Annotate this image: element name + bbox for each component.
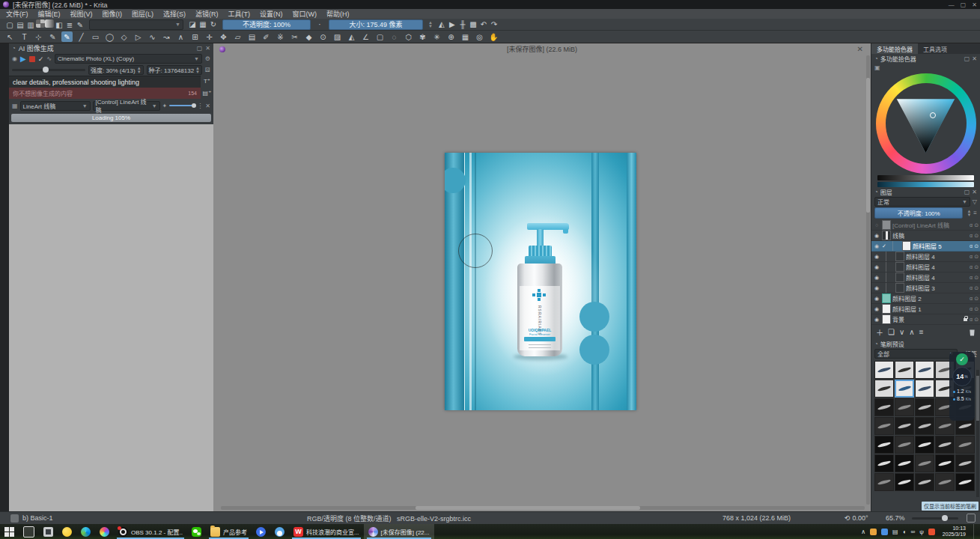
redo-icon[interactable]: ↷ (489, 19, 499, 29)
duplicate-layer-button[interactable]: ❏ (888, 328, 895, 336)
add-layer-button[interactable]: ＋ (876, 326, 883, 338)
tool-polygon-select[interactable]: ⬡ (403, 31, 414, 42)
undo-icon[interactable]: ↶ (478, 19, 489, 29)
layer-properties-icon[interactable]: ⊙ (974, 233, 979, 239)
layers-docker-header[interactable]: ◔ 图层 ▢ ✕ (871, 187, 980, 197)
style-select[interactable]: Cinematic Photo (XL) (Copy)▼ (55, 54, 202, 64)
seed-spinbox[interactable]: 种子: 137648132▲▼ (147, 65, 202, 75)
start-button[interactable] (0, 524, 19, 539)
brush-preset-cell[interactable] (915, 361, 934, 379)
menu-item[interactable]: 视图(V) (70, 9, 93, 19)
history-icon[interactable]: ∿ (46, 55, 52, 62)
layer-row[interactable]: ◉✓颜料图层 5α⊙ (871, 241, 980, 252)
settings-gear-icon[interactable]: ⚙ (205, 55, 210, 62)
tool-rect-select[interactable]: ▢ (374, 31, 386, 42)
brush-preset-cell[interactable] (895, 380, 914, 398)
tool-move[interactable]: ✥ (218, 31, 229, 42)
add-control-layer-icon[interactable]: ▤⁺ (203, 90, 212, 97)
tool-zoom[interactable]: ◎ (474, 31, 485, 42)
opacity-slider[interactable]: 不透明度: 100% (222, 19, 311, 30)
minimize-button[interactable]: — (949, 1, 955, 8)
mirror-icon[interactable]: ◭ (436, 19, 447, 29)
tray-sound-icon[interactable]: ◖ (903, 529, 907, 535)
layer-alpha-icon[interactable]: α (970, 222, 973, 228)
tool-select-shapes[interactable]: ↖ (4, 31, 16, 42)
close-docker-icon[interactable]: ✕ (972, 189, 977, 195)
tool-bezier-select[interactable]: ⊕ (445, 31, 457, 42)
menu-item[interactable]: 选择(S) (163, 9, 186, 19)
layer-opacity-slider[interactable]: 不透明度: 100% (874, 207, 963, 219)
layer-properties-icon[interactable]: ⊙ (974, 306, 979, 312)
brush-preset-cell[interactable] (915, 436, 934, 454)
size-slider[interactable]: 大小: 175.49 像素 (329, 19, 423, 30)
brush-docker-header[interactable]: ◔ 笔刷预设 (871, 339, 980, 348)
move-layer-down-button[interactable]: ∨ (899, 328, 904, 336)
color-wheel[interactable] (876, 73, 976, 174)
wps-document-button[interactable]: W科技浪潮的商业宣... (289, 524, 364, 539)
close-button[interactable]: ✕ (972, 1, 977, 8)
brush-preset-cell[interactable] (895, 473, 914, 491)
brush-preset-cell[interactable] (955, 454, 975, 472)
tool-freehand-path[interactable]: ↝ (161, 31, 172, 42)
tool-freehand-brush[interactable]: ✎ (61, 31, 73, 42)
layer-row[interactable]: ◉背景α⊙ (871, 314, 980, 325)
layer-row[interactable]: ◉颜料图层 2α⊙ (871, 293, 980, 304)
control-layer-select[interactable]: [Control] LineArt 线稿▼ (93, 101, 160, 111)
opacity-options-icon[interactable]: · (314, 19, 325, 29)
randomize-seed-icon[interactable]: ⚄ (205, 67, 210, 73)
menu-item[interactable]: 文件(F) (6, 9, 28, 19)
strength-spinbox[interactable]: 强度: 30% (4/13)▲▼ (88, 65, 144, 75)
layer-alpha-icon[interactable]: α (970, 243, 973, 249)
canvas-viewport[interactable]: [未保存图像] (22.6 MiB) ✕ (213, 43, 871, 511)
reload-preset-icon[interactable]: ↻ (208, 19, 219, 29)
close-docker-icon[interactable]: ✕ (205, 45, 210, 52)
close-docker-icon[interactable]: ✕ (972, 55, 977, 62)
layer-row[interactable]: ◉线稿α⊙ (871, 231, 980, 241)
layer-properties-icon[interactable]: ⊙ (974, 254, 979, 260)
tab-tool-options[interactable]: 工具选项 (918, 43, 952, 54)
krita-window-button[interactable]: [未保存图像] (22... (364, 524, 434, 539)
tool-calligraphy[interactable]: ✎ (47, 31, 58, 42)
qq-icon[interactable] (270, 524, 289, 539)
canvas-vertical-scrollbar[interactable] (866, 55, 870, 505)
choose-brush-icon[interactable]: ▩ (468, 19, 478, 29)
layer-filter-icon[interactable]: ▽ (973, 198, 977, 205)
menu-item[interactable]: 工具(T) (228, 9, 251, 19)
file-explorer-icon[interactable] (39, 524, 58, 539)
brush-preset-cell[interactable] (895, 398, 914, 416)
layer-alpha-icon[interactable]: α (970, 317, 973, 322)
gradient-swatch[interactable] (45, 19, 54, 28)
brush-preset-cell[interactable] (895, 454, 914, 472)
tray-expand-icon[interactable]: ∧ (861, 529, 865, 535)
tool-assistants[interactable]: ◭ (346, 31, 357, 42)
pattern-swatch[interactable] (36, 19, 45, 28)
strength-slider[interactable] (12, 69, 85, 71)
brush-preset-cell[interactable] (915, 398, 934, 416)
brush-preset-cell[interactable] (874, 361, 894, 379)
folder-window-button[interactable]: 产品参考 (206, 524, 252, 539)
layer-visibility-icon[interactable]: ◉ (873, 275, 880, 281)
canvas-only-mode-icon[interactable] (967, 514, 976, 523)
app-yellow-icon[interactable] (58, 524, 76, 539)
brush-preset-cell[interactable] (874, 436, 894, 454)
control-mode-select[interactable]: LineArt 线稿▼ (20, 101, 91, 111)
layer-row[interactable]: ◉颜料图层 3α⊙ (871, 283, 980, 293)
zoom-level[interactable]: 65.7% (886, 514, 905, 522)
tool-fill[interactable]: ◆ (303, 31, 314, 42)
float-docker-icon[interactable]: ▢ (964, 55, 970, 62)
maximize-button[interactable]: ▢ (961, 1, 967, 8)
menu-item[interactable]: 帮助(H) (326, 9, 350, 19)
tray-usb-icon[interactable]: ψ (919, 529, 924, 535)
tray-clock[interactable]: 10:132025/3/19 (943, 526, 966, 538)
tool-colorize-mask[interactable]: ▨ (332, 31, 343, 42)
menu-item[interactable]: 设置(N) (260, 9, 283, 19)
brush-grid-scrollbar[interactable] (976, 370, 979, 497)
rotation-icon[interactable]: ⟲ (844, 514, 850, 522)
layer-alpha-icon[interactable]: α (970, 233, 973, 238)
layer-row[interactable]: ○[Control] LineArt 线稿α⊙ (871, 220, 980, 231)
layer-properties-icon[interactable]: ⊙ (974, 264, 979, 270)
layer-properties-icon[interactable]: ⊙ (974, 317, 979, 323)
float-docker-icon[interactable]: ▢ (964, 189, 970, 195)
eraser-mode-icon[interactable]: ◪ (187, 19, 198, 29)
tool-multibrush[interactable]: ⊞ (189, 31, 201, 42)
